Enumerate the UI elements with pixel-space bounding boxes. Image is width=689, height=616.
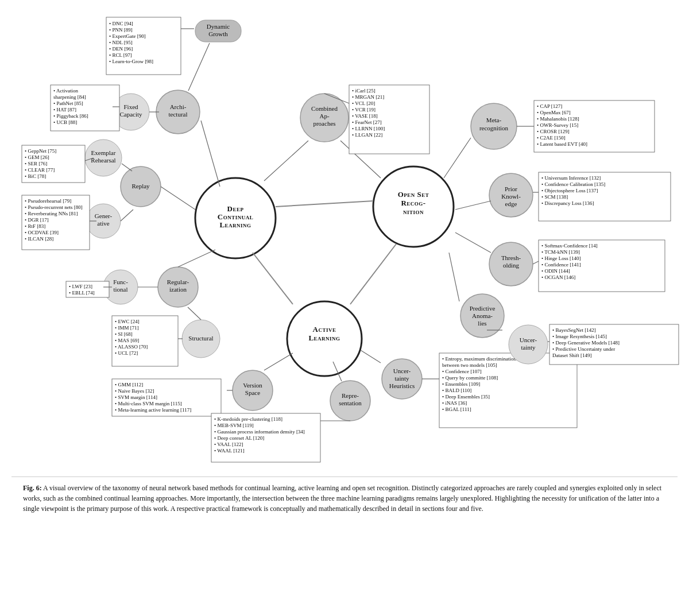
svg-text:• VAAL [122]: • VAAL [122] [214, 441, 243, 447]
svg-text:• DNC [94]: • DNC [94] [109, 21, 133, 26]
svg-text:tainty: tainty [394, 375, 409, 382]
svg-text:Fixed: Fixed [123, 103, 138, 110]
svg-text:Uncer-: Uncer- [520, 336, 537, 343]
svg-text:• Universum Inference [132]: • Universum Inference [132] [541, 175, 601, 181]
svg-line-184 [533, 261, 539, 264]
svg-text:Predictive: Predictive [470, 305, 496, 312]
svg-text:• Pseudorehearsal [79]: • Pseudorehearsal [79] [25, 198, 71, 204]
svg-text:• Confidence [141]: • Confidence [141] [541, 262, 581, 268]
svg-text:• LLGAN [22]: • LLGAN [22] [352, 132, 382, 138]
svg-text:• C2AE [150]: • C2AE [150] [537, 135, 566, 141]
svg-text:• Deep Ensembles [35]: • Deep Ensembles [35] [442, 394, 490, 400]
svg-text:• Gaussian process information: • Gaussian process information density [… [214, 429, 305, 435]
svg-text:• GeppNet [75]: • GeppNet [75] [25, 148, 56, 154]
svg-text:sharpening [84]: sharpening [84] [53, 94, 86, 100]
svg-text:Archi-: Archi- [170, 103, 187, 110]
svg-line-120 [361, 350, 381, 363]
svg-text:• PathNet [85]: • PathNet [85] [53, 100, 83, 106]
svg-text:• K-medoids pre-clustering [11: • K-medoids pre-clustering [118] [214, 416, 282, 422]
svg-text:• Query by committe [108]: • Query by committe [108] [442, 375, 498, 381]
svg-text:• OCGAN [146]: • OCGAN [146] [541, 274, 575, 280]
svg-text:Structural: Structural [188, 335, 213, 342]
svg-line-176 [455, 233, 491, 253]
svg-text:between two models [105]: between two models [105] [442, 362, 497, 368]
svg-text:• CROSR [129]: • CROSR [129] [537, 129, 570, 134]
svg-text:• VCR [19]: • VCR [19] [352, 107, 376, 113]
svg-text:recognition: recognition [479, 125, 509, 131]
svg-line-96 [264, 353, 293, 370]
svg-text:• Confidence Calibration [135]: • Confidence Calibration [135] [541, 181, 605, 187]
svg-text:• OpenMax [67]: • OpenMax [67] [537, 110, 571, 115]
svg-line-165 [455, 201, 491, 210]
svg-line-12 [253, 253, 293, 304]
svg-text:• Confidence [107]: • Confidence [107] [442, 369, 482, 374]
svg-text:olding: olding [503, 262, 520, 269]
svg-line-49 [122, 164, 132, 171]
svg-text:• Piggyback [86]: • Piggyback [86] [53, 113, 88, 119]
svg-text:• CLEAR [77]: • CLEAR [77] [25, 167, 55, 173]
svg-line-13 [350, 244, 396, 304]
svg-text:• Ensembles [109]: • Ensembles [109] [442, 381, 480, 387]
svg-text:• GEM [26]: • GEM [26] [25, 154, 49, 160]
figure-caption: Fig. 6: A visual overview of the taxonom… [11, 476, 678, 520]
svg-text:Uncer-: Uncer- [393, 367, 411, 374]
svg-line-149 [264, 141, 308, 181]
svg-text:Combined: Combined [311, 105, 338, 112]
svg-text:tectural: tectural [169, 111, 188, 118]
svg-text:• Meta-learning active learnin: • Meta-learning active learning [117] [115, 407, 191, 413]
svg-text:• SCM [138]: • SCM [138] [541, 194, 568, 200]
svg-text:• Naive Bayes [32]: • Naive Bayes [32] [115, 388, 154, 394]
caption-text: A visual overview of the taxonomy of neu… [23, 484, 661, 513]
svg-text:• MAS [69]: • MAS [69] [115, 338, 139, 343]
svg-text:Active: Active [313, 325, 336, 334]
svg-text:proaches: proaches [313, 120, 335, 127]
svg-text:• HAT [87]: • HAT [87] [53, 107, 76, 113]
svg-text:Dynamic: Dynamic [207, 23, 230, 30]
svg-text:• ExpertGate [90]: • ExpertGate [90] [109, 33, 146, 39]
svg-line-84 [188, 307, 201, 320]
svg-text:Exemplar: Exemplar [91, 149, 116, 156]
svg-text:• BiC [78]: • BiC [78] [25, 173, 46, 179]
svg-text:• SVM margin [114]: • SVM margin [114] [115, 394, 157, 400]
svg-text:• OCDVAE [39]: • OCDVAE [39] [25, 230, 59, 235]
svg-line-135 [444, 138, 471, 178]
svg-text:• NDL [95]: • NDL [95] [109, 40, 133, 45]
svg-text:• IMM [71]: • IMM [71] [115, 325, 139, 331]
svg-text:• Latent based EVT [40]: • Latent based EVT [40] [537, 141, 587, 147]
svg-text:ization: ization [169, 286, 187, 293]
svg-text:• Hinge Loss [140]: • Hinge Loss [140] [541, 255, 580, 261]
svg-text:• GMM [112]: • GMM [112] [115, 382, 143, 388]
svg-text:• Reverberating NNs [81]: • Reverberating NNs [81] [25, 211, 78, 216]
svg-text:• Image Resynthesis [145]: • Image Resynthesis [145] [552, 334, 607, 339]
svg-text:Recog-: Recog- [401, 199, 425, 207]
svg-text:Space: Space [245, 389, 260, 396]
svg-text:• DEN [96]: • DEN [96] [109, 46, 133, 52]
svg-text:• CAP [127]: • CAP [127] [537, 103, 562, 109]
svg-text:• EWC [24]: • EWC [24] [115, 319, 140, 324]
svg-text:• OWR-Survey [15]: • OWR-Survey [15] [537, 122, 578, 128]
svg-text:Prior: Prior [505, 185, 517, 192]
diagram-area: .node-circle-large { fill: white; stroke… [11, 11, 678, 471]
svg-text:Deep: Deep [227, 204, 244, 213]
svg-text:• Mahalanobis [128]: • Mahalanobis [128] [537, 116, 579, 122]
svg-text:• Learn-to-Grow [98]: • Learn-to-Grow [98] [109, 59, 153, 64]
svg-text:Ap-: Ap- [319, 113, 329, 119]
svg-text:Open Set: Open Set [398, 190, 429, 199]
svg-text:nition: nition [403, 207, 424, 216]
svg-text:• FearNet [27]: • FearNet [27] [352, 119, 382, 125]
svg-text:ative: ative [97, 220, 109, 227]
svg-text:Dataset Shift [149]: Dataset Shift [149] [552, 352, 591, 358]
svg-text:• WAAL [121]: • WAAL [121] [214, 448, 245, 454]
svg-text:• LWF [23]: • LWF [23] [69, 284, 92, 289]
svg-text:Gener-: Gener- [95, 212, 113, 219]
svg-text:• BALD [110]: • BALD [110] [442, 388, 471, 393]
svg-text:• DGR [17]: • DGR [17] [25, 217, 49, 223]
svg-line-73 [178, 250, 215, 267]
svg-text:• EBLL [74]: • EBLL [74] [69, 290, 95, 296]
svg-text:Func-: Func- [113, 278, 128, 285]
svg-text:Regular-: Regular- [167, 278, 189, 285]
svg-line-189 [449, 253, 459, 301]
svg-text:Continual: Continual [218, 212, 253, 221]
svg-text:Knowl-: Knowl- [501, 193, 521, 200]
svg-text:• Softmax-Confidence [14]: • Softmax-Confidence [14] [541, 243, 598, 249]
